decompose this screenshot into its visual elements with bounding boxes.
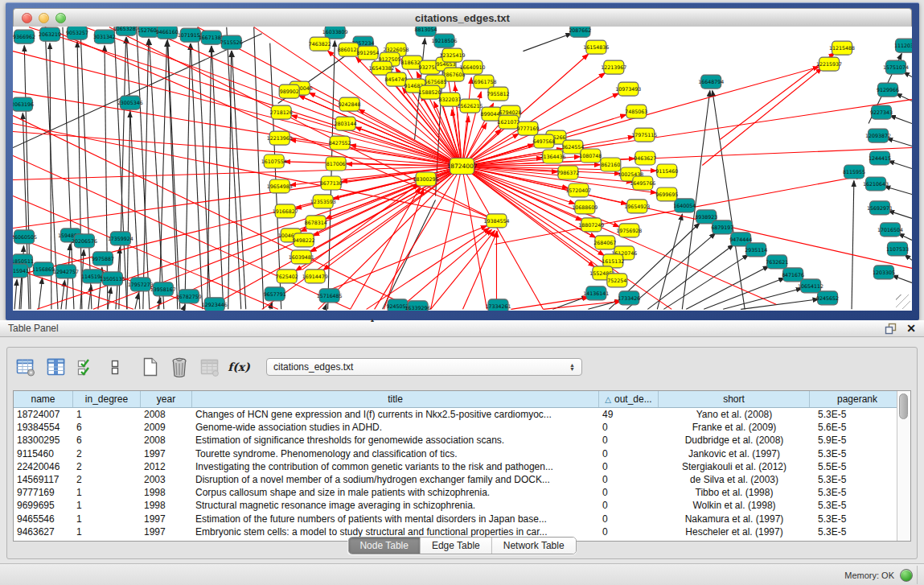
graph-node[interactable]: 8427552 [329,136,351,150]
graph-node[interactable]: 19218506 [432,34,458,47]
graph-node[interactable]: 15692971 [867,201,893,215]
table-row[interactable]: 977716911998Corpus callosum shape and si… [14,486,897,499]
tab-network-table[interactable]: Network Table [492,538,576,554]
graph-node[interactable]: 2684067 [593,236,616,249]
graph-node[interactable]: 7632621 [766,255,788,269]
graph-node[interactable]: 8678314 [305,216,327,229]
new-file-button[interactable] [139,356,160,377]
graph-node[interactable]: 19756928 [616,224,642,237]
graph-node[interactable]: 6497568 [532,134,555,148]
graph-node[interactable]: 9498222 [293,233,315,247]
table-panel-header[interactable]: Table Panel ✕ [0,320,924,337]
graph-node[interactable]: 989902 [279,84,299,98]
table-scrollbar[interactable] [897,391,910,541]
table-selector-combobox[interactable]: citations_edges.txt ▲▼ [266,358,582,376]
graph-node[interactable]: 7625402 [276,270,298,283]
column-header-year[interactable]: year [141,391,192,407]
table-settings-button[interactable] [15,356,36,377]
graph-node[interactable]: 817006 [326,157,346,171]
column-header-short[interactable]: short [659,391,810,407]
graph-node[interactable]: 15626215 [457,99,483,113]
graph-node[interactable]: 8115955 [843,165,865,179]
graph-node[interactable]: 15716485 [317,289,343,303]
column-header-name[interactable]: name [14,391,73,407]
window-titlebar[interactable]: citations_edges.txt [13,8,912,28]
graph-node[interactable]: 16495766 [630,176,655,190]
tab-node-table[interactable]: Node Table [348,538,421,554]
graph-node[interactable]: 17334261 [485,299,511,311]
graph-node[interactable]: 8813054 [415,27,437,36]
graph-node[interactable]: 17975115 [631,128,657,142]
close-panel-icon[interactable]: ✕ [906,323,916,334]
graph-node[interactable]: 9129966 [877,83,899,97]
graph-node[interactable]: 16039481 [289,250,314,264]
graph-node[interactable]: 16107554 [261,154,287,168]
column-header-title[interactable]: title [192,391,599,407]
graph-node[interactable]: 17016504 [877,223,903,237]
graph-node[interactable]: 2935114 [745,243,767,257]
graph-node[interactable]: 17359924 [108,232,133,245]
graph-node[interactable]: 7463822 [309,37,331,51]
graph-node[interactable]: 9053257 [66,27,88,39]
graph-node[interactable]: 2718126 [270,105,293,119]
graph-node[interactable]: 1107533 [886,242,909,256]
graph-node[interactable]: 9245652 [816,291,839,305]
graph-node[interactable]: 18724007 [446,159,477,175]
graph-node[interactable]: 13505135 [100,272,125,286]
graph-node[interactable]: 1733426 [618,291,640,305]
delete-table-button[interactable] [169,356,190,377]
graph-node[interactable]: 1112035 [894,39,912,52]
window-resize-grip[interactable] [896,295,910,309]
graph-node[interactable]: 1080748 [579,149,602,163]
graph-node[interactable]: 12325419 [440,48,466,62]
graph-node[interactable]: 752254 [607,274,627,287]
graph-node[interactable]: 1156869 [32,262,55,276]
graph-node[interactable]: 2063196 [13,97,34,111]
graph-node[interactable]: 7986372 [556,166,579,179]
graph-node[interactable]: 15720407 [565,183,591,197]
float-panel-icon[interactable] [885,323,897,335]
graph-node[interactable]: 9115460 [655,164,678,178]
graph-node[interactable]: 8677130 [320,176,343,190]
column-header-in_degree[interactable]: in_degree [73,391,141,407]
graph-node[interactable]: 26060505 [13,230,37,244]
graph-node[interactable]: 9463627 [634,151,656,165]
graph-node[interactable]: 19166827 [273,204,298,218]
graph-node[interactable]: 18807249 [578,218,604,232]
graph-node[interactable]: 19384554 [483,214,509,228]
graph-node[interactable]: 9227343 [870,105,893,119]
table-row[interactable]: 1872400712008Changes of HCN gene express… [14,408,897,421]
graph-node[interactable]: 21364436 [540,150,565,163]
table-scrollbar-thumb[interactable] [899,393,908,419]
graph-node[interactable]: 12213967 [601,60,626,74]
graph-node[interactable]: 7955812 [487,87,509,101]
graph-node[interactable]: 12923446 [202,298,228,311]
row-height-button[interactable] [105,356,125,377]
graph-node[interactable]: 15751074 [883,60,909,74]
graph-node[interactable]: 11215488 [829,41,855,55]
graph-node[interactable]: 10654112 [798,279,823,293]
graph-node[interactable]: 8471676 [782,268,804,282]
tab-edge-table[interactable]: Edge Table [421,538,492,554]
table-row[interactable]: 2242004622012Investigating the contribut… [14,460,897,473]
table-row[interactable]: 969969511998Structural magnetic resonanc… [14,499,897,512]
column-header-pagerank[interactable]: pagerank [810,391,897,407]
graph-node[interactable]: 1588520 [419,85,441,99]
graph-node[interactable]: 16782759 [176,290,202,303]
graph-node[interactable]: 12353593 [310,195,336,208]
graph-node[interactable]: 16914479 [302,270,328,283]
graph-node[interactable]: 6879197 [711,220,733,234]
graph-node[interactable]: 14136141 [583,286,609,300]
show-columns-button[interactable] [45,356,66,377]
graph-node[interactable]: 1640054 [673,199,696,212]
graph-node[interactable]: 16154836 [583,40,609,54]
graph-node[interactable]: 20206576 [72,234,97,248]
graph-node[interactable]: 9366962 [13,30,35,43]
table-row[interactable]: 1830029562008Estimation of significance … [14,434,897,447]
graph-node[interactable]: 10653287 [113,27,139,35]
network-view-window[interactable]: citations_edges.txt 93669622063219905325… [6,2,919,320]
graph-node[interactable]: 23005346 [117,96,143,109]
graph-node[interactable]: 18300295 [413,172,439,186]
memory-status-indicator[interactable] [900,569,913,582]
graph-node[interactable]: 862160 [601,158,621,171]
